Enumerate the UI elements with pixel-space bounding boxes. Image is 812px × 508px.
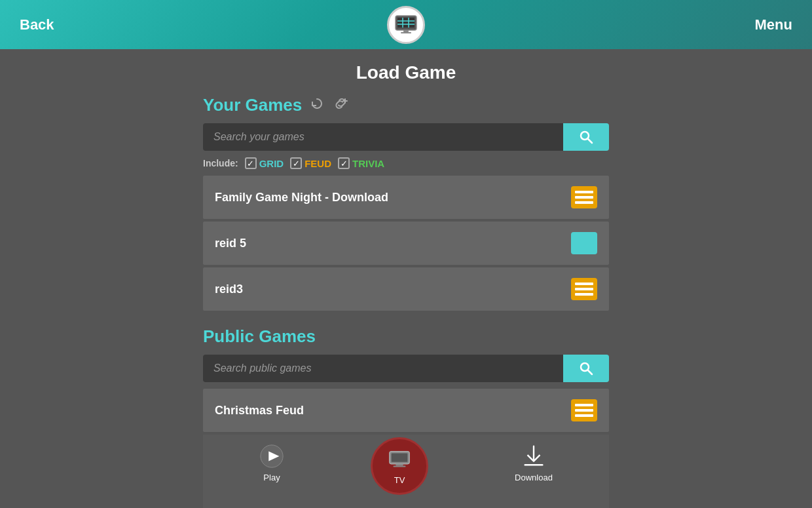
your-games-section-header: Your Games — [203, 95, 609, 115]
game-name: reid3 — [215, 283, 243, 296]
refresh-button[interactable] — [308, 96, 325, 114]
bar2 — [575, 409, 593, 412]
game-name: Family Game Night - Download — [215, 191, 388, 205]
game-item-reid5[interactable]: reid 5 — [203, 222, 609, 265]
public-games-list: Christmas Feud Play — [203, 389, 609, 508]
game-name: reid 5 — [215, 237, 246, 250]
your-games-title: Your Games — [203, 95, 302, 115]
tv-action-group: TV — [371, 437, 428, 495]
filter-trivia-label: TRIVIA — [352, 158, 384, 169]
feud-icon — [571, 399, 597, 421]
play-icon — [259, 444, 284, 469]
bar1 — [575, 283, 593, 285]
game-name: Christmas Feud — [215, 404, 304, 418]
filter-feud-checkbox[interactable]: ✓ — [290, 157, 302, 169]
game-item-family-game-night[interactable]: Family Game Night - Download — [203, 176, 609, 219]
tv-button[interactable]: TV — [371, 437, 428, 495]
public-games-section-header: Public Games — [203, 326, 609, 347]
menu-button[interactable]: Menu — [755, 16, 792, 33]
svg-line-13 — [588, 370, 592, 374]
your-games-list: Family Game Night - Download reid 5 — [203, 176, 609, 313]
your-games-search-button[interactable] — [563, 123, 609, 151]
search-icon — [579, 130, 593, 144]
svg-rect-7 — [401, 32, 411, 33]
filter-feud[interactable]: ✓ FEUD — [290, 157, 331, 169]
download-button[interactable]: Download — [515, 444, 553, 501]
your-games-search-input[interactable] — [203, 123, 563, 151]
filter-trivia-checkbox[interactable]: ✓ — [338, 157, 350, 169]
tv-label: TV — [394, 475, 405, 485]
search-icon — [579, 361, 593, 376]
filter-grid[interactable]: ✓ GRID — [245, 157, 284, 169]
public-games-search-row — [203, 355, 609, 382]
game-item-christmas-feud[interactable]: Christmas Feud — [203, 389, 609, 432]
public-games-title: Public Games — [203, 326, 316, 347]
bar3 — [575, 293, 593, 296]
play-button[interactable]: Play — [259, 444, 284, 501]
svg-rect-6 — [403, 30, 409, 32]
your-games-search-row — [203, 123, 609, 151]
christmas-feud-actions: Play TV — [203, 435, 609, 508]
svg-rect-18 — [396, 463, 403, 465]
game-item-reid3[interactable]: reid3 — [203, 267, 609, 311]
play-label: Play — [263, 473, 280, 482]
main-content: Load Game Your Games — [0, 49, 812, 508]
filter-grid-checkbox[interactable]: ✓ — [245, 157, 257, 169]
grid-icon — [571, 232, 597, 254]
bar1 — [575, 191, 593, 193]
public-games-search-button[interactable] — [563, 355, 609, 382]
bar2 — [575, 288, 593, 290]
bar3 — [575, 414, 593, 417]
svg-rect-19 — [394, 465, 406, 467]
svg-line-11 — [588, 139, 592, 143]
filters-row: Include: ✓ GRID ✓ FEUD ✓ TRIVIA — [203, 157, 609, 169]
filter-grid-label: GRID — [259, 158, 284, 169]
logo-icon — [394, 13, 418, 37]
header-logo — [387, 6, 425, 44]
svg-rect-17 — [392, 453, 408, 461]
tv-icon — [387, 448, 412, 473]
bar1 — [575, 404, 593, 406]
download-label: Download — [515, 473, 553, 482]
header: Back Menu — [0, 0, 812, 49]
filters-label: Include: — [203, 158, 238, 168]
filter-feud-label: FEUD — [304, 158, 331, 169]
page-title: Load Game — [203, 62, 609, 83]
svg-rect-1 — [397, 18, 415, 28]
download-icon — [521, 444, 546, 469]
feud-icon — [571, 186, 597, 208]
bar3 — [575, 201, 593, 204]
bar2 — [575, 196, 593, 199]
back-button[interactable]: Back — [20, 16, 54, 33]
public-games-search-input[interactable] — [203, 355, 563, 382]
feud-icon — [571, 278, 597, 300]
filter-trivia[interactable]: ✓ TRIVIA — [338, 157, 384, 169]
link-add-button[interactable] — [332, 96, 349, 114]
